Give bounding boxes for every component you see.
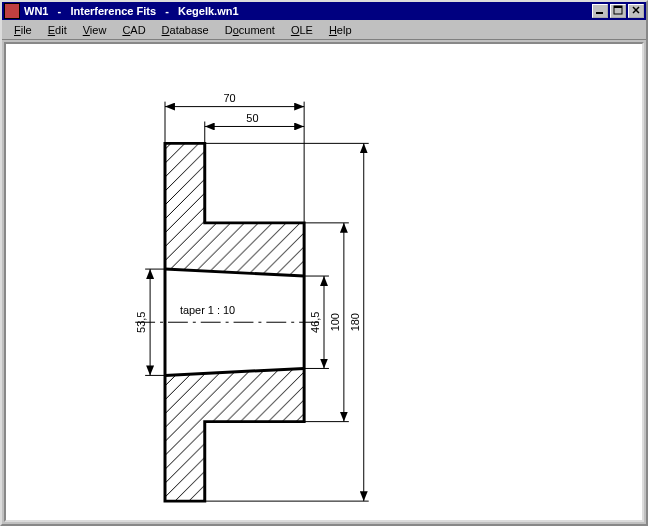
minimize-button[interactable] xyxy=(592,4,608,18)
menu-ole[interactable]: OLE xyxy=(283,22,321,38)
dim-dia-right: 46,5 xyxy=(309,312,321,333)
dim-width-outer: 70 xyxy=(224,92,236,104)
menu-help[interactable]: Help xyxy=(321,22,360,38)
menubar: File Edit View CAD Database Document OLE… xyxy=(2,20,646,40)
application-window: WN1 - Interference Fits - Kegelk.wn1 Fil… xyxy=(0,0,648,526)
drawing-canvas: 70 50 180 100 46,5 53,5 xyxy=(4,42,644,522)
window-controls xyxy=(590,4,644,18)
close-button[interactable] xyxy=(628,4,644,18)
menu-cad[interactable]: CAD xyxy=(114,22,153,38)
dim-dia-left: 53,5 xyxy=(135,312,147,333)
menu-document[interactable]: Document xyxy=(217,22,283,38)
window-title: WN1 - Interference Fits - Kegelk.wn1 xyxy=(24,5,590,17)
menu-file[interactable]: File xyxy=(6,22,40,38)
taper-label: taper 1 : 10 xyxy=(180,304,235,316)
menu-view[interactable]: View xyxy=(75,22,115,38)
dim-height-step: 100 xyxy=(329,313,341,331)
maximize-button[interactable] xyxy=(610,4,626,18)
dim-width-inner: 50 xyxy=(246,112,258,124)
menu-edit[interactable]: Edit xyxy=(40,22,75,38)
menu-database[interactable]: Database xyxy=(154,22,217,38)
technical-drawing: 70 50 180 100 46,5 53,5 xyxy=(6,44,642,520)
app-icon xyxy=(4,3,20,19)
titlebar: WN1 - Interference Fits - Kegelk.wn1 xyxy=(2,2,646,20)
dim-height-overall: 180 xyxy=(349,313,361,331)
